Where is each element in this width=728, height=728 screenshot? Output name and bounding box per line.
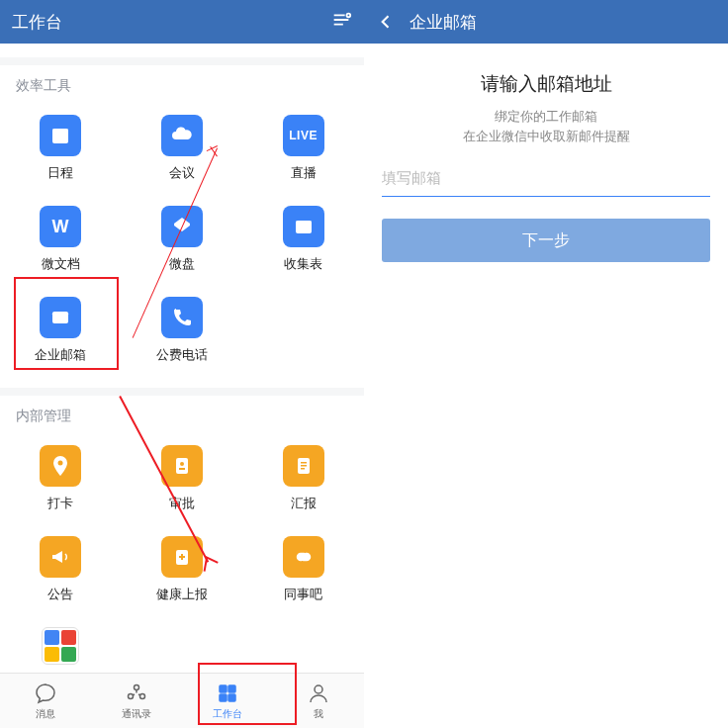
- app-report[interactable]: 汇报: [242, 435, 364, 526]
- app-forms[interactable]: 收集表: [242, 196, 364, 287]
- location-icon: [40, 445, 81, 487]
- svg-rect-23: [220, 685, 227, 692]
- svg-rect-7: [59, 138, 61, 140]
- app-calendar[interactable]: 日程: [0, 105, 122, 196]
- svg-point-0: [347, 13, 351, 17]
- left-header: 工作台: [0, 0, 364, 44]
- app-label: 直播: [291, 164, 317, 182]
- app-live[interactable]: LIVE 直播: [242, 105, 364, 196]
- tab-label: 通讯录: [122, 707, 151, 721]
- svg-point-13: [180, 462, 184, 466]
- tab-label: 我: [314, 707, 323, 721]
- phone-icon: [161, 297, 203, 338]
- svg-point-20: [135, 684, 139, 689]
- section-title: 内部管理: [0, 396, 364, 431]
- app-label: 公告: [47, 586, 73, 603]
- app-label: 健康上报: [156, 586, 208, 603]
- live-icon: LIVE: [283, 115, 324, 156]
- tab-bar: 消息 通讯录 工作台 我: [0, 673, 364, 728]
- drive-icon: [161, 206, 203, 247]
- section-title: 效率工具: [0, 65, 364, 101]
- svg-rect-9: [296, 221, 312, 224]
- docs-icon: W: [40, 206, 81, 247]
- menu-icon[interactable]: [330, 9, 352, 36]
- svg-rect-18: [301, 468, 305, 470]
- app-phone[interactable]: 公费电话: [122, 287, 243, 378]
- link-icon: [283, 536, 324, 578]
- app-meeting[interactable]: 会议: [122, 105, 243, 196]
- svg-rect-25: [220, 694, 227, 701]
- back-button[interactable]: [376, 12, 396, 32]
- app-checkin[interactable]: 打卡: [0, 435, 122, 526]
- app-health[interactable]: 健康上报: [122, 526, 243, 617]
- svg-rect-3: [55, 136, 57, 137]
- app-docs[interactable]: W 微文档: [0, 196, 122, 287]
- calendar-icon: [40, 115, 81, 156]
- report-icon: [283, 445, 324, 487]
- app-label: 公费电话: [156, 346, 208, 364]
- app-label: 同事吧: [284, 586, 322, 603]
- email-prompt-sub2: 在企业微信中收取新邮件提醒: [382, 127, 710, 146]
- email-prompt-title: 请输入邮箱地址: [382, 71, 710, 97]
- next-button[interactable]: 下一步: [382, 219, 710, 262]
- svg-rect-6: [55, 138, 57, 140]
- mail-icon: [40, 297, 81, 338]
- header-title: 工作台: [12, 11, 330, 34]
- app-approval[interactable]: 审批: [122, 435, 243, 526]
- app-drive[interactable]: 微盘: [122, 196, 243, 287]
- svg-rect-16: [301, 462, 307, 464]
- cloud-icon: [161, 115, 203, 156]
- app-label: 微文档: [42, 255, 80, 273]
- app-label: 打卡: [47, 495, 73, 512]
- tab-workspace[interactable]: 工作台: [182, 674, 273, 728]
- right-header: 企业邮箱: [364, 0, 728, 44]
- svg-rect-14: [179, 468, 185, 470]
- app-other[interactable]: 其他: [0, 617, 122, 673]
- app-label: 微盘: [169, 255, 195, 273]
- tab-me[interactable]: 我: [273, 674, 364, 728]
- tab-contacts[interactable]: 通讯录: [91, 674, 182, 728]
- health-icon: [161, 536, 203, 578]
- tab-label: 消息: [36, 707, 55, 721]
- tab-label: 工作台: [213, 707, 242, 721]
- app-label: 收集表: [284, 255, 322, 273]
- svg-point-11: [58, 461, 63, 466]
- email-input[interactable]: [382, 159, 710, 197]
- app-label: 会议: [169, 164, 195, 182]
- svg-point-22: [140, 693, 145, 698]
- apps-grid-icon: [42, 627, 79, 665]
- svg-rect-2: [52, 129, 68, 133]
- forms-icon: [283, 206, 324, 247]
- svg-point-21: [129, 693, 134, 698]
- app-label: 其他: [49, 671, 71, 673]
- section-efficiency: 效率工具 日程 会议 LIVE 直播 W: [0, 65, 364, 388]
- approval-icon: [161, 445, 203, 487]
- app-label: 日程: [47, 164, 73, 182]
- app-email[interactable]: 企业邮箱: [0, 287, 122, 378]
- svg-rect-26: [228, 694, 235, 701]
- svg-rect-24: [228, 685, 235, 692]
- svg-rect-10: [52, 312, 68, 323]
- tab-messages[interactable]: 消息: [0, 674, 91, 728]
- megaphone-icon: [40, 536, 81, 578]
- svg-rect-4: [59, 136, 61, 137]
- email-prompt-sub1: 绑定你的工作邮箱: [382, 107, 710, 127]
- section-internal: 内部管理 打卡 审批 汇报: [0, 396, 364, 673]
- app-colleagues[interactable]: 同事吧: [242, 526, 364, 617]
- header-title: 企业邮箱: [410, 11, 477, 34]
- app-label: 企业邮箱: [35, 346, 86, 364]
- app-label: 审批: [169, 495, 195, 512]
- svg-rect-17: [301, 465, 307, 467]
- svg-rect-5: [63, 136, 65, 137]
- svg-point-27: [315, 685, 322, 693]
- app-announce[interactable]: 公告: [0, 526, 122, 617]
- app-label: 汇报: [291, 495, 317, 512]
